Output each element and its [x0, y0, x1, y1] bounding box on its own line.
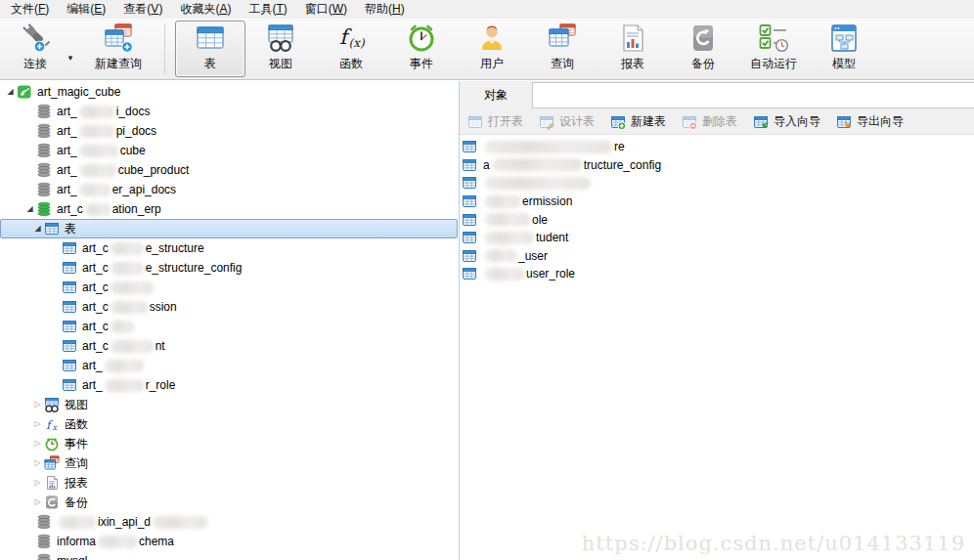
- redacted-text: [111, 242, 144, 255]
- table-list-row[interactable]: atructure_config: [462, 156, 974, 175]
- tree-row[interactable]: art_i_docs: [0, 102, 459, 121]
- table-list-row[interactable]: user_role: [462, 265, 974, 283]
- tree-row[interactable]: ▷查询: [0, 453, 459, 473]
- collapse-arrow-icon[interactable]: ▷: [31, 453, 44, 473]
- function-icon-sm: fx: [44, 416, 60, 432]
- tree-row[interactable]: ▷报表: [0, 473, 459, 493]
- toolbar-button-plug-new[interactable]: 连接: [8, 21, 63, 77]
- view-icon: [44, 397, 60, 412]
- tree-row[interactable]: art_er_api_docs: [0, 180, 459, 199]
- redacted-text: [111, 340, 154, 353]
- tab-objects[interactable]: 对象: [460, 81, 532, 109]
- menu-item-3[interactable]: 查看(V): [114, 0, 171, 20]
- database-icon: [36, 514, 52, 530]
- toolbar-button-new-query[interactable]: 新建查询: [78, 21, 158, 77]
- table-list-row[interactable]: re: [462, 138, 974, 156]
- table-icon: [462, 248, 477, 264]
- object-toolbar-new-table[interactable]: 新建表: [610, 113, 666, 130]
- toolbar-button-user[interactable]: 用户: [457, 21, 527, 77]
- menu-item-4[interactable]: 收藏夹(A): [171, 0, 240, 20]
- table-list-row[interactable]: ole: [462, 210, 974, 229]
- tree-label: art_: [57, 183, 77, 196]
- tree-row[interactable]: art_cnt: [0, 336, 459, 356]
- redacted-text: [485, 141, 612, 153]
- toolbar-button-label: 新建查询: [95, 56, 142, 72]
- tree-row[interactable]: ◢art_cation_erp: [0, 199, 459, 219]
- tree-row[interactable]: informachema: [0, 532, 459, 551]
- collapse-arrow-icon[interactable]: ▷: [31, 473, 44, 493]
- menu-item-1[interactable]: 文件(F): [2, 0, 58, 20]
- toolbar-button-function[interactable]: f(x)函数: [316, 21, 386, 77]
- query-icon: [547, 22, 578, 54]
- tree-row[interactable]: art_r_role: [0, 375, 459, 395]
- import-wizard-icon: [753, 114, 769, 130]
- table-icon-sm: [62, 280, 77, 295]
- expand-arrow-icon[interactable]: ◢: [23, 199, 36, 219]
- menu-item-6[interactable]: 窗口(W): [296, 0, 356, 20]
- tree-row[interactable]: art_cssion: [0, 297, 459, 317]
- menu-item-5[interactable]: 工具(T): [240, 0, 295, 20]
- tree-row[interactable]: art_pi_docs: [0, 121, 459, 141]
- table-icon: [195, 22, 226, 54]
- object-toolbar-import-wizard[interactable]: 导入向导: [753, 113, 820, 130]
- tree-row[interactable]: art_cube_product: [0, 160, 459, 180]
- user-icon: [476, 22, 508, 55]
- object-tab-bar: 对象: [460, 81, 974, 109]
- query-icon: [44, 455, 60, 471]
- tree-row[interactable]: art_c: [0, 278, 459, 297]
- tree-row[interactable]: art_cube: [0, 141, 459, 160]
- function-icon: f(x): [335, 22, 367, 55]
- toolbar-button-view[interactable]: 视图: [245, 21, 316, 77]
- function-icon: fx: [44, 416, 60, 432]
- toolbar-button-query[interactable]: 查询: [527, 21, 598, 77]
- tree-row[interactable]: ▷事件: [0, 434, 459, 453]
- tree-row[interactable]: art_ce_structure: [0, 238, 459, 258]
- collapse-arrow-icon[interactable]: ▷: [31, 395, 44, 414]
- toolbar-button-autorun[interactable]: 自动运行: [738, 21, 809, 77]
- collapse-arrow-icon[interactable]: ▷: [31, 434, 44, 453]
- tree-row[interactable]: art_c: [0, 317, 459, 336]
- collapse-arrow-icon[interactable]: ▷: [31, 493, 44, 512]
- toolbar-button-event[interactable]: 事件: [386, 21, 457, 77]
- tree-row[interactable]: ▷视图: [0, 395, 459, 414]
- table-list-row[interactable]: [462, 174, 974, 193]
- tree-label: r_role: [146, 378, 176, 392]
- toolbar-button-report[interactable]: 报表: [598, 21, 668, 77]
- tree-row[interactable]: ▷fx函数: [0, 414, 459, 434]
- toolbar-button-model[interactable]: 模型: [809, 21, 879, 77]
- main-toolbar: 连接▾新建查询表视图f(x)函数事件用户查询报表备份自动运行模型: [0, 19, 974, 80]
- tree-row[interactable]: ◢表: [0, 219, 459, 238]
- database-icon: [36, 123, 52, 139]
- model-icon: [828, 22, 860, 54]
- tree-label: art_: [82, 378, 103, 392]
- redacted-text: [85, 203, 111, 216]
- tree-row[interactable]: ixin_api_d: [0, 512, 459, 532]
- object-pane: 对象 打开表设计表新建表删除表导入向导导出向导 reatructure_conf…: [460, 81, 974, 560]
- tree-row[interactable]: ▷备份: [0, 493, 459, 512]
- tree-label: er_api_docs: [112, 183, 176, 196]
- table-list-row[interactable]: ermission: [462, 193, 974, 211]
- collapse-arrow-icon[interactable]: ▷: [31, 414, 44, 434]
- object-toolbar-design-table: 设计表: [539, 113, 595, 130]
- tree-label: art_c: [82, 241, 109, 255]
- table-list-row[interactable]: tudent: [462, 229, 974, 247]
- menu-item-2[interactable]: 编辑(E): [58, 0, 114, 20]
- expand-arrow-icon[interactable]: ◢: [4, 82, 17, 102]
- toolbar-button-table[interactable]: 表: [175, 21, 245, 77]
- svg-text:x: x: [53, 423, 59, 432]
- object-toolbar-export-wizard[interactable]: 导出向导: [836, 113, 904, 130]
- tree-row[interactable]: art_ce_structure_config: [0, 258, 459, 278]
- expand-arrow-icon[interactable]: ◢: [31, 219, 44, 238]
- new-query-icon: [103, 22, 134, 55]
- tree-row[interactable]: art_: [0, 356, 459, 375]
- svg-text:(x): (x): [349, 36, 366, 50]
- connection-dropdown-arrow[interactable]: ▾: [63, 19, 78, 79]
- import-wizard-icon: [753, 114, 769, 130]
- tree-row[interactable]: mysql: [0, 551, 459, 560]
- table-list-row[interactable]: _user: [462, 247, 974, 266]
- redacted-text: [485, 213, 530, 226]
- toolbar-button-backup[interactable]: 备份: [668, 21, 738, 77]
- menu-item-7[interactable]: 帮助(H): [356, 0, 414, 20]
- table-name: a: [483, 158, 490, 172]
- tree-row[interactable]: ◢art_magic_cube: [0, 82, 459, 102]
